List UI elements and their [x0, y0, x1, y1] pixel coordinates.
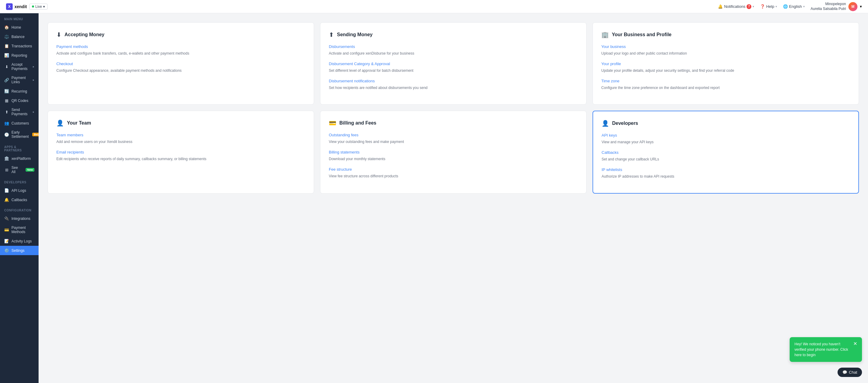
- topbar: X xendit Live ▾ 🔔 Notifications 7 ▾ ❓ He…: [0, 0, 868, 13]
- link-payment-methods[interactable]: Payment methods: [56, 44, 305, 49]
- sidebar-label-early-settlement: Early Settlement: [11, 130, 29, 139]
- xendit-logo: X xendit: [6, 3, 27, 10]
- sidebar-item-payment-links[interactable]: 🔗 Payment Links ▸: [0, 73, 38, 87]
- topbar-left: X xendit Live ▾: [6, 3, 48, 10]
- sidebar-label-transactions: Transactions: [11, 44, 32, 48]
- toast-message: Hey! We noticed you haven't verified you…: [795, 342, 850, 358]
- sidebar-item-see-all[interactable]: ⊞ See All New: [0, 163, 38, 176]
- link-disbursement-notifications[interactable]: Disbursement notifications: [329, 79, 578, 83]
- toast-close-button[interactable]: ✕: [853, 342, 857, 346]
- help-button[interactable]: ❓ Help ▾: [760, 4, 777, 9]
- language-label: English: [789, 4, 802, 9]
- send-payments-icon: ⬆: [4, 110, 9, 114]
- settings-icon: ⚙️: [4, 248, 9, 253]
- sidebar-item-activity-logs[interactable]: 📝 Activity Logs: [0, 236, 38, 246]
- reporting-icon: 📊: [4, 53, 9, 58]
- sidebar-item-settings[interactable]: ⚙️ Settings: [0, 246, 38, 255]
- link-api-keys[interactable]: API keys: [601, 133, 850, 138]
- link-disbursement-category[interactable]: Disbursement Category & Approval: [329, 61, 578, 66]
- xen-platform-icon: 🏛️: [4, 156, 9, 161]
- team-icon: 👤: [56, 119, 64, 127]
- early-settlement-icon: 🕐: [4, 132, 9, 137]
- card-header-business-profile: 🏢 Your Business and Profile: [601, 31, 850, 38]
- card-header-developers: 👤 Developers: [601, 120, 850, 127]
- chat-widget[interactable]: 💬 Chat: [838, 367, 862, 377]
- link-ip-whitelists[interactable]: IP whitelists: [601, 167, 850, 172]
- desc-disbursement-category: Set different level of approval for batc…: [329, 68, 578, 73]
- card-developers: 👤 Developers API keys View and manage yo…: [592, 111, 859, 194]
- desc-payment-methods: Activate and configure bank transfers, c…: [56, 51, 305, 56]
- card-title-developers: Developers: [612, 121, 638, 126]
- toast-notification[interactable]: Hey! We noticed you haven't verified you…: [789, 337, 862, 362]
- user-name-line2: Aurelia Salsabila Putri: [811, 7, 846, 11]
- link-team-members[interactable]: Team members: [56, 133, 305, 137]
- sidebar-item-home[interactable]: 🏠 Home: [0, 23, 38, 32]
- sidebar-label-integrations: Integrations: [11, 216, 30, 221]
- link-outstanding-fees[interactable]: Outstanding fees: [329, 133, 578, 137]
- layout: MAIN MENU 🏠 Home ⚖️ Balance 📋 Transactio…: [0, 13, 868, 383]
- user-menu[interactable]: Minopelepon Aurelia Salsabila Putri M ▾: [811, 2, 862, 11]
- chevron-right-icon: ▸: [33, 79, 34, 82]
- sidebar-item-xen-platform[interactable]: 🏛️ xenPlatform: [0, 154, 38, 163]
- sidebar-label-recurring: Recurring: [11, 89, 27, 93]
- sidebar-item-balance[interactable]: ⚖️ Balance: [0, 32, 38, 41]
- card-title-accepting-money: Accepting Money: [64, 32, 104, 37]
- sidebar-item-qr-codes[interactable]: ▦ QR Codes: [0, 96, 38, 105]
- sidebar-item-integrations[interactable]: 🔌 Integrations: [0, 214, 38, 223]
- card-sending-money: ⬆ Sending Money Disbursements Activate a…: [320, 22, 587, 105]
- card-accepting-money: ⬇ Accepting Money Payment methods Activa…: [48, 22, 314, 105]
- sidebar-item-callbacks[interactable]: 🔔 Callbacks: [0, 195, 38, 204]
- live-dot: [32, 5, 34, 7]
- link-fee-structure[interactable]: Fee structure: [329, 167, 578, 172]
- developers-label: DEVELOPERS: [0, 176, 38, 186]
- bell-icon: 🔔: [718, 4, 723, 9]
- business-icon: 🏢: [601, 31, 609, 38]
- notifications-button[interactable]: 🔔 Notifications 7 ▾: [718, 4, 754, 9]
- link-disbursements[interactable]: Disbursements: [329, 44, 578, 49]
- link-billing-statements[interactable]: Billing statements: [329, 150, 578, 154]
- developers-icon: 👤: [601, 120, 609, 127]
- qr-icon: ▦: [4, 98, 9, 103]
- chevron-down-icon: ▾: [803, 5, 805, 8]
- sidebar-item-transactions[interactable]: 📋 Transactions: [0, 41, 38, 51]
- sidebar-item-payment-methods[interactable]: 💳 Payment Methods: [0, 223, 38, 236]
- link-email-recipients[interactable]: Email recipients: [56, 150, 305, 154]
- sidebar-label-accept-payments: Accept Payments: [11, 62, 30, 71]
- globe-icon: 🌐: [783, 4, 788, 9]
- link-time-zone[interactable]: Time zone: [601, 79, 850, 83]
- chevron-right-icon: ▸: [33, 65, 34, 68]
- link-checkout[interactable]: Checkout: [56, 61, 305, 66]
- home-icon: 🏠: [4, 25, 9, 30]
- sidebar-item-reporting[interactable]: 📊 Reporting: [0, 51, 38, 60]
- sidebar-item-customers[interactable]: 👥 Customers: [0, 119, 38, 128]
- billing-icon: 💳: [329, 119, 336, 127]
- recurring-icon: 🔄: [4, 89, 9, 93]
- payment-methods-icon: 💳: [4, 228, 9, 232]
- sidebar-item-early-settlement[interactable]: 🕐 Early Settlement Beta: [0, 128, 38, 141]
- desc-billing-statements: Download your monthly statements: [329, 156, 578, 161]
- env-selector[interactable]: Live ▾: [29, 4, 48, 10]
- main-content: ⬇ Accepting Money Payment methods Activa…: [38, 13, 868, 383]
- sidebar-label-send-payments: Send Payments: [11, 108, 30, 116]
- integrations-icon: 🔌: [4, 216, 9, 221]
- chat-bubble-icon: 💬: [842, 370, 847, 375]
- sidebar-item-api-logs[interactable]: 📄 API Logs: [0, 186, 38, 195]
- sidebar-item-send-payments[interactable]: ⬆ Send Payments ▸: [0, 105, 38, 119]
- link-your-business[interactable]: Your business: [601, 44, 850, 49]
- sidebar-label-payment-links: Payment Links: [11, 76, 30, 84]
- sidebar-label-reporting: Reporting: [11, 53, 27, 58]
- sidebar-item-accept-payments[interactable]: ⬇ Accept Payments ▸: [0, 60, 38, 73]
- sidebar-item-recurring[interactable]: 🔄 Recurring: [0, 87, 38, 96]
- settings-grid: ⬇ Accepting Money Payment methods Activa…: [48, 22, 859, 194]
- desc-disbursements: Activate and configure xenDisburse for y…: [329, 51, 578, 56]
- language-selector[interactable]: 🌐 English ▾: [783, 4, 805, 9]
- callbacks-icon: 🔔: [4, 198, 9, 202]
- desc-team-members: Add and remove users on your Xendit busi…: [56, 139, 305, 144]
- notifications-label: Notifications: [724, 4, 745, 9]
- link-callbacks[interactable]: Callbacks: [601, 150, 850, 155]
- desc-time-zone: Configure the time zone preference on th…: [601, 85, 850, 90]
- desc-outstanding-fees: View your outstanding fees and make paym…: [329, 139, 578, 144]
- link-your-profile[interactable]: Your profile: [601, 61, 850, 66]
- chevron-down-icon: ▾: [860, 4, 862, 9]
- user-name: Minopelepon Aurelia Salsabila Putri: [811, 2, 846, 11]
